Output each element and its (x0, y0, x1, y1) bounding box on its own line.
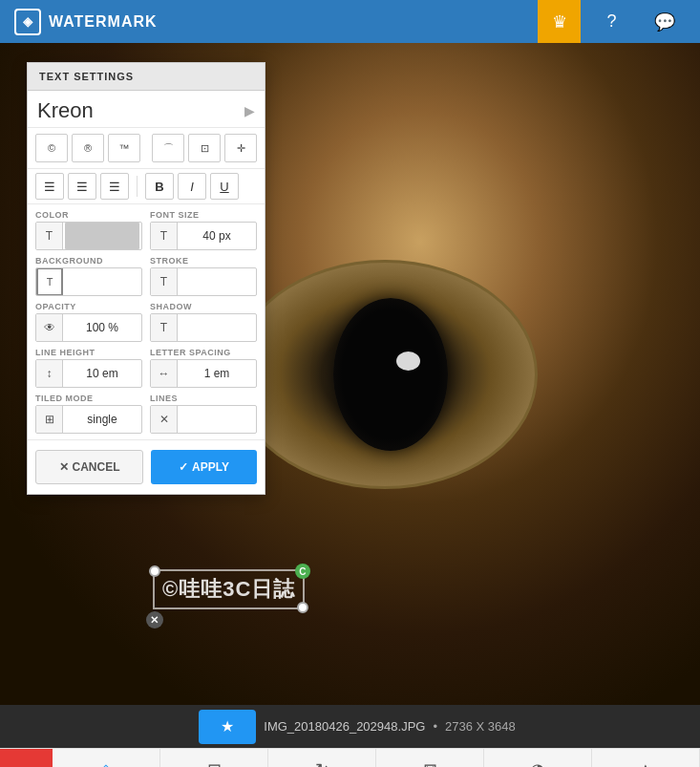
letter-spacing-setting: LETTER SPACING ↔ 1 em (150, 348, 257, 388)
shadow-label: SHADOW (150, 302, 257, 311)
align-left-button[interactable]: ☰ (35, 173, 64, 200)
background-label: BACKGROUND (35, 256, 142, 266)
copy2-button[interactable]: ⊡ (188, 134, 221, 162)
rotate-toolbar-icon: ↻ (315, 759, 329, 768)
lines-swatch[interactable] (180, 406, 254, 433)
opacity-label: OPACITY (35, 302, 142, 311)
more-toolbar-icon: ▲ (637, 759, 654, 767)
panel-title: TEXT SETTINGS (39, 71, 134, 82)
toolbar-filter[interactable]: ◑ Filter (484, 749, 592, 767)
eye-pupil (333, 298, 448, 451)
app-title: WATERMARK (49, 13, 158, 31)
chat-button[interactable]: 💬 (643, 0, 686, 43)
tiled-mode-value: single (63, 413, 141, 426)
opacity-icon: 👁 (36, 313, 63, 342)
watermark-handle-topleft[interactable] (149, 565, 160, 577)
toolbar-crop[interactable]: ⊡ Crop (160, 749, 268, 767)
watermark-toolbar-icon: ◈ (99, 759, 113, 768)
bold-button[interactable]: B (145, 173, 174, 200)
info-bar: ★ IMG_20180426_202948.JPG • 2736 X 3648 (0, 705, 700, 748)
font-size-icon: T (151, 222, 178, 250)
font-size-value: 40 px (178, 229, 256, 243)
letter-spacing-control[interactable]: ↔ 1 em (150, 359, 257, 388)
toolbar-rotate[interactable]: ↻ Rotate (268, 749, 376, 767)
underline-button[interactable]: U (210, 173, 239, 200)
help-button[interactable]: ? (590, 0, 633, 43)
action-row: ✕ CANCEL ✓ APPLY (28, 439, 265, 494)
filter-toolbar-icon: ◑ (530, 759, 545, 768)
toolbar-watermark[interactable]: ◈ Watermark (53, 749, 160, 767)
align-center-button[interactable]: ☰ (68, 173, 96, 200)
color-text-icon: T (36, 222, 63, 250)
color-label: COLOR (35, 210, 142, 220)
app-logo: ◈ WATERMARK (14, 9, 158, 35)
opacity-value: 100 % (63, 321, 141, 334)
letter-spacing-label: LETTER SPACING (150, 348, 257, 357)
crown-icon: ♛ (552, 11, 567, 32)
lines-control[interactable]: ✕ (150, 405, 257, 434)
shadow-swatch[interactable] (180, 314, 254, 341)
image-dimensions: 2736 X 3648 (445, 719, 516, 734)
align-right-button[interactable]: ☰ (100, 173, 129, 200)
font-size-control[interactable]: T 40 px (150, 222, 257, 250)
shadow-setting: SHADOW T (150, 302, 257, 342)
color-setting: COLOR T (35, 210, 142, 250)
line-height-setting: LINE HEIGHT ↕ 10 em (35, 348, 142, 388)
font-name-input[interactable] (37, 98, 209, 123)
top-bar: ◈ WATERMARK ♛ ? 💬 (0, 0, 700, 43)
chat-icon: 💬 (654, 11, 675, 32)
opacity-setting: OPACITY 👁 100 % (35, 302, 142, 342)
canvas-area: ©哇哇3C日誌 C ✕ TEXT SETTINGS ▶ © ® ™ ⌒ (0, 43, 700, 705)
crop-toolbar-icon: ⊡ (207, 759, 222, 768)
watermark-content: ©哇哇3C日誌 (162, 577, 295, 601)
chart-button[interactable]: ⌒ (152, 134, 184, 162)
close-button[interactable]: ✕ (0, 749, 53, 767)
crosshair-button[interactable]: ✛ (224, 134, 257, 162)
tiled-mode-control[interactable]: ⊞ single (35, 405, 142, 434)
letter-spacing-value: 1 em (178, 367, 256, 380)
stroke-swatch[interactable] (180, 268, 254, 295)
symbols-row: © ® ™ ⌒ ⊡ ✛ (28, 128, 265, 169)
shadow-icon: T (151, 313, 178, 342)
shadow-control[interactable]: T (150, 313, 257, 342)
color-swatch[interactable] (65, 223, 139, 249)
tiled-mode-setting: TILED MODE ⊞ single (35, 394, 142, 434)
registered-button[interactable]: ® (72, 134, 104, 162)
font-size-setting: FONT SIZE T 40 px (150, 210, 257, 250)
line-height-icon: ↕ (36, 359, 63, 388)
panel-header: TEXT SETTINGS (28, 63, 265, 91)
opacity-control[interactable]: 👁 100 % (35, 313, 142, 342)
cancel-icon: ✕ (59, 460, 69, 474)
tiled-icon: ⊞ (36, 405, 63, 434)
logo-icon: ◈ (14, 9, 41, 35)
watermark-element[interactable]: ©哇哇3C日誌 C ✕ (153, 569, 305, 609)
cancel-button[interactable]: ✕ CANCEL (35, 450, 143, 484)
letter-spacing-icon: ↔ (151, 359, 178, 388)
watermark-delete-button[interactable]: ✕ (146, 611, 163, 629)
toolbar-resize[interactable]: ⊠ Resize (376, 749, 484, 767)
bottom-toolbar: ✕ ◈ Watermark ⊡ Crop ↻ Rotate ⊠ Resize ◑… (0, 748, 700, 767)
font-size-label: FONT SIZE (150, 210, 257, 220)
eye-shine (396, 352, 420, 371)
lines-label: LINES (150, 394, 257, 403)
text-settings-panel: TEXT SETTINGS ▶ © ® ™ ⌒ ⊡ ✛ ☰ ☰ (27, 62, 265, 495)
tiled-mode-label: TILED MODE (35, 394, 142, 403)
italic-button[interactable]: I (178, 173, 206, 200)
stroke-label: STROKE (150, 256, 257, 266)
copyright-button[interactable]: © (35, 134, 68, 162)
crown-button[interactable]: ♛ (538, 0, 581, 43)
background-control[interactable]: T (35, 267, 142, 296)
line-height-control[interactable]: ↕ 10 em (35, 359, 142, 388)
apply-button[interactable]: ✓ APPLY (151, 450, 257, 484)
background-setting: BACKGROUND T (35, 256, 142, 296)
background-swatch[interactable] (65, 268, 139, 295)
trademark-button[interactable]: ™ (108, 134, 140, 162)
line-height-label: LINE HEIGHT (35, 348, 142, 357)
star-icon: ★ (221, 717, 234, 735)
star-button[interactable]: ★ (199, 710, 256, 744)
apply-label: APPLY (192, 460, 229, 474)
format-row: ☰ ☰ ☰ B I U (28, 169, 265, 204)
toolbar-more[interactable]: ▲ More (592, 749, 700, 767)
stroke-control[interactable]: T (150, 267, 257, 296)
color-control[interactable]: T (35, 222, 142, 250)
